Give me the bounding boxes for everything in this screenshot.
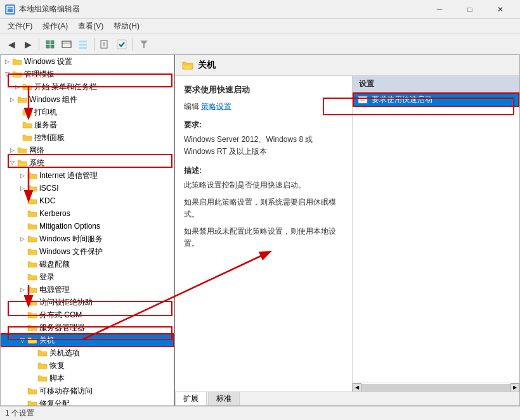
scroll-left-button[interactable]: ◀	[353, 383, 361, 392]
requirements-section: 要求: Windows Server 2012、Windows 8 或 Wind…	[184, 119, 343, 158]
filter-button[interactable]	[136, 37, 152, 52]
expander-removable-storage	[17, 386, 27, 396]
svg-rect-11	[101, 41, 107, 48]
status-bar: 1 个设置	[0, 406, 520, 420]
tree-node-server-mgr[interactable]: 服务器管理器	[1, 321, 174, 334]
expander-iscsi[interactable]: ▷	[17, 183, 27, 193]
tree-label-printers: 打印机	[34, 107, 57, 118]
toolbar-btn-4[interactable]	[98, 37, 113, 52]
description-text: 此策略设置控制是否使用快速启动。	[184, 179, 343, 191]
back-button[interactable]: ◀	[4, 37, 19, 52]
tree-label-recovery: 恢复	[49, 360, 65, 371]
tree-node-disk-quota[interactable]: 磁盘配额	[1, 258, 174, 270]
tree-node-iscsi[interactable]: ▷ iSCSI	[1, 182, 174, 194]
tree-node-internet-mgmt[interactable]: ▷ Internet 通信管理	[1, 169, 174, 182]
tree-node-windows-settings[interactable]: ▷ Windows 设置	[1, 55, 174, 68]
menu-view[interactable]: 查看(V)	[73, 20, 108, 33]
tree-label-iscsi: iSCSI	[39, 184, 59, 193]
expander-server-mgr	[17, 322, 27, 333]
tree-label-power-mgmt: 电源管理	[39, 284, 70, 295]
tree-node-windows-components[interactable]: ▷ Windows 组件	[1, 93, 174, 106]
expander-windows-time[interactable]: ▷	[17, 234, 27, 244]
tree-node-more[interactable]: 修复分配	[1, 397, 174, 405]
toolbar-btn-5[interactable]	[114, 37, 129, 52]
tree-label-distributed-com: 分布式 COM	[39, 310, 82, 321]
tree-node-script[interactable]: 脚本	[1, 372, 174, 385]
expander-shutdown[interactable]: ▽	[17, 335, 27, 345]
restore-button[interactable]: □	[455, 0, 484, 19]
expander-internet-mgmt[interactable]: ▷	[17, 170, 27, 181]
toolbar-separator-1	[39, 38, 39, 51]
status-text: 1 个设置	[5, 408, 34, 419]
scrollbar-track[interactable]	[361, 384, 510, 391]
expander-windows-settings[interactable]: ▷	[2, 56, 12, 67]
horizontal-scrollbar[interactable]: ◀ ▶	[353, 383, 519, 391]
expander-access-denied	[17, 297, 27, 307]
requirements-text: Windows Server 2012、Windows 8 或 Windows …	[184, 134, 343, 158]
window-controls: ─ □ ✕	[425, 0, 515, 19]
edit-label: 编辑	[184, 102, 199, 111]
tree-node-access-denied[interactable]: 访问被拒绝协助	[1, 296, 174, 309]
tree-node-kdc[interactable]: KDC	[1, 194, 174, 207]
expander-windows-components[interactable]: ▷	[7, 94, 17, 105]
tree-node-windows-time[interactable]: ▷ Windows 时间服务	[1, 232, 174, 245]
expander-network[interactable]: ▷	[7, 145, 17, 155]
expander-power-mgmt[interactable]: ▷	[17, 284, 27, 295]
tree-node-kerberos[interactable]: Kerberos	[1, 207, 174, 220]
scroll-right-button[interactable]: ▶	[510, 383, 519, 392]
folder-icon-removable-storage	[27, 386, 37, 396]
tree-node-distributed-com[interactable]: 分布式 COM	[1, 309, 174, 321]
tab-standard[interactable]: 标准	[208, 391, 240, 405]
minimize-button[interactable]: ─	[425, 0, 454, 19]
menu-bar: 文件(F) 操作(A) 查看(V) 帮助(H)	[0, 19, 520, 34]
svg-rect-6	[62, 41, 71, 48]
tab-extend[interactable]: 扩展	[175, 391, 207, 405]
tree-node-login[interactable]: 登录	[1, 270, 174, 283]
tree-label-network: 网络	[29, 145, 44, 156]
expander-disk-quota	[17, 259, 27, 269]
svg-rect-10	[79, 47, 87, 49]
tree-label-internet-mgmt: Internet 通信管理	[39, 170, 98, 181]
tree-node-shutdown-options[interactable]: 关机选项	[1, 347, 174, 359]
menu-action[interactable]: 操作(A)	[37, 20, 73, 33]
tree-node-control-panel[interactable]: 控制面板	[1, 131, 174, 144]
svg-rect-5	[51, 45, 54, 48]
tree-node-printers[interactable]: 打印机	[1, 106, 174, 118]
svg-marker-15	[140, 41, 148, 48]
tree-node-shutdown[interactable]: ▽ 关机	[1, 334, 174, 347]
folder-icon-kdc	[27, 196, 37, 206]
tree-node-system[interactable]: ▽ 系统	[1, 156, 174, 169]
expander-system[interactable]: ▽	[7, 158, 17, 168]
toolbar-btn-1[interactable]	[42, 37, 58, 52]
tree-node-mitigation-options[interactable]: Mitigation Options	[1, 220, 174, 232]
right-header-folder-icon	[181, 59, 194, 72]
policy-settings-link[interactable]: 策略设置	[201, 102, 231, 111]
tree-node-removable-storage[interactable]: 可移动存储访问	[1, 385, 174, 397]
menu-help[interactable]: 帮助(H)	[108, 20, 145, 33]
title-bar: 本地组策略编辑器 ─ □ ✕	[0, 0, 520, 19]
folder-icon-control-panel	[22, 132, 32, 143]
tabs-bar: 扩展 标准	[175, 391, 519, 405]
expander-admin-templates[interactable]: ▽	[2, 69, 12, 79]
expander-shutdown-options	[27, 348, 37, 358]
tree-node-recovery[interactable]: 恢复	[1, 359, 174, 372]
folder-icon-start-menu	[22, 82, 32, 92]
folder-icon-mitigation-options	[27, 221, 37, 231]
close-button[interactable]: ✕	[486, 0, 515, 19]
menu-file[interactable]: 文件(F)	[3, 20, 37, 33]
tree-node-admin-templates[interactable]: ▽ 管理模板	[1, 68, 174, 80]
expander-kdc	[17, 196, 27, 206]
toolbar-btn-2[interactable]	[59, 37, 74, 52]
toolbar-btn-3[interactable]	[75, 37, 91, 52]
tree-node-servers[interactable]: 服务器	[1, 118, 174, 131]
settings-item-fast-startup[interactable]: 要求使用快速启动	[353, 92, 519, 107]
settings-header: 设置	[353, 76, 519, 92]
expander-start-menu[interactable]: ▷	[12, 82, 22, 92]
tree-node-windows-file-protect[interactable]: Windows 文件保护	[1, 245, 174, 258]
forward-button[interactable]: ▶	[20, 37, 36, 52]
tree-node-network[interactable]: ▷ 网络	[1, 144, 174, 156]
tree-node-power-mgmt[interactable]: ▷ 电源管理	[1, 283, 174, 296]
tree-label-windows-file-protect: Windows 文件保护	[39, 246, 103, 257]
tree-node-start-menu[interactable]: ▷ 开始 菜单和任务栏	[1, 80, 174, 93]
expander-more	[17, 398, 27, 405]
